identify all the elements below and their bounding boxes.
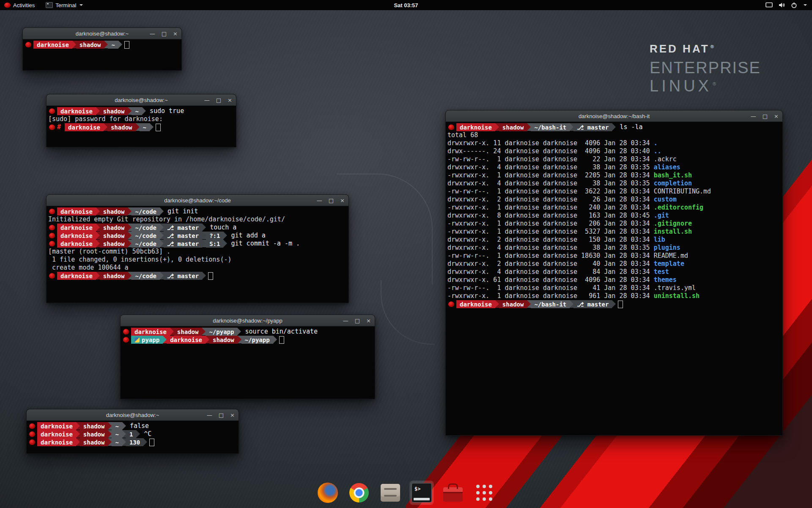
close-button[interactable]: × bbox=[366, 318, 371, 323]
terminal-line: -rw-rw-r--. 1 darknoise darknoise 22 Jan… bbox=[447, 155, 782, 163]
prompt-segment-host: shadow bbox=[499, 123, 527, 131]
prompt-segment-venv: pyapp bbox=[131, 336, 163, 344]
terminal-window-home-1[interactable]: darknoise@shadow:~ — □ × darknoiseshadow… bbox=[22, 28, 182, 71]
maximize-button[interactable]: □ bbox=[216, 97, 221, 103]
maximize-button[interactable]: □ bbox=[355, 318, 360, 323]
registered-mark: ® bbox=[710, 44, 716, 49]
output-text: -rw-rw-r--. 1 darknoise darknoise 3622 J… bbox=[447, 188, 654, 196]
prompt-segment-user: darknoise bbox=[57, 272, 96, 280]
close-button[interactable]: × bbox=[340, 198, 345, 203]
terminal-line: [master (root-commit) 50bcb63] . bbox=[48, 248, 348, 256]
minimize-button[interactable]: — bbox=[317, 198, 322, 203]
maximize-button[interactable]: □ bbox=[219, 412, 224, 418]
file-name: custom bbox=[654, 196, 677, 204]
redhat-icon bbox=[49, 241, 55, 246]
app-menu-terminal[interactable]: Terminal bbox=[46, 0, 83, 10]
titlebar[interactable]: darknoise@shadow:~/bash-it — □ × bbox=[446, 110, 782, 122]
titlebar[interactable]: darknoise@shadow:~/pyapp — □ × bbox=[121, 315, 375, 326]
output-text: drwxrwxr-x. 4 darknoise darknoise 84 Jan… bbox=[447, 268, 654, 276]
prompt-segment-path: ~/code bbox=[132, 207, 160, 215]
output-text: Initialized empty Git repository in /hom… bbox=[48, 215, 285, 224]
output-text: -rwxrwxr-x. 1 darknoise darknoise 961 Ja… bbox=[447, 292, 654, 300]
terminal-content[interactable]: darknoiseshadow~ bbox=[23, 39, 181, 71]
powerline-arrow bbox=[160, 232, 164, 239]
minimize-button[interactable]: — bbox=[204, 97, 210, 103]
dock-terminal[interactable]: $> bbox=[410, 481, 433, 505]
minimize-button[interactable]: — bbox=[751, 113, 756, 119]
minimize-button[interactable]: — bbox=[150, 31, 155, 36]
powerline-arrow bbox=[118, 41, 122, 48]
dock-chrome[interactable] bbox=[347, 481, 371, 505]
prompt-segment-user: darknoise bbox=[57, 232, 96, 240]
output-text: drwxrwxr-x. 4 darknoise darknoise 38 Jan… bbox=[447, 244, 654, 252]
activities-button[interactable]: Activities bbox=[4, 0, 35, 10]
volume-icon[interactable] bbox=[778, 2, 785, 8]
output-text: drwxrwxr-x. 11 darknoise darknoise 4096 … bbox=[447, 139, 654, 147]
minimize-button[interactable]: — bbox=[207, 412, 212, 418]
terminal-content[interactable]: darknoiseshadow~/bash-it⎇ master ls -lat… bbox=[446, 122, 782, 436]
terminal-line: darknoiseshadow~ bbox=[25, 41, 181, 49]
titlebar[interactable]: darknoise@shadow:~/code — □ × bbox=[47, 195, 348, 206]
dock-toolbox[interactable] bbox=[441, 481, 465, 505]
app-menu-label: Terminal bbox=[55, 2, 76, 8]
terminal-line: darknoiseshadow~ sudo true bbox=[48, 107, 235, 115]
powerline-arrow bbox=[128, 224, 132, 231]
terminal-cursor bbox=[124, 41, 129, 49]
maximize-button[interactable]: □ bbox=[162, 31, 167, 36]
terminal-line: darknoiseshadow~ false bbox=[28, 422, 238, 430]
powerline-arrow bbox=[527, 300, 531, 308]
prompt-segment-path: ~/bash-it bbox=[531, 123, 570, 131]
terminal-content[interactable]: darknoiseshadow~/pyapp source bin/activa… bbox=[121, 326, 375, 399]
close-button[interactable]: × bbox=[173, 31, 178, 36]
clock[interactable]: Sat 03:57 bbox=[394, 2, 418, 8]
terminal-content[interactable]: darknoiseshadow~ falsedarknoiseshadow~1 … bbox=[27, 421, 239, 454]
terminal-window-bash-it[interactable]: darknoise@shadow:~/bash-it — □ × darknoi… bbox=[445, 110, 783, 436]
close-button[interactable]: × bbox=[228, 97, 232, 103]
chrome-icon bbox=[349, 483, 369, 502]
dock-firefox[interactable] bbox=[316, 481, 340, 505]
terminal-window-code[interactable]: darknoise@shadow:~/code — □ × darknoises… bbox=[46, 194, 349, 303]
powerline-arrow bbox=[143, 438, 147, 446]
close-button[interactable]: × bbox=[230, 412, 235, 418]
power-icon[interactable] bbox=[791, 2, 797, 8]
file-name: .editorconfig bbox=[654, 204, 703, 212]
terminal-line: -rwxrwxr-x. 1 darknoise darknoise 240 Ja… bbox=[447, 204, 782, 212]
powerline-arrow bbox=[128, 272, 132, 279]
dock-files[interactable] bbox=[379, 481, 402, 505]
prompt-segment-host: shadow bbox=[80, 430, 108, 438]
toolbox-icon bbox=[443, 487, 463, 502]
terminal-window-pyapp[interactable]: darknoise@shadow:~/pyapp — □ × darknoise… bbox=[120, 315, 375, 399]
display-icon[interactable] bbox=[765, 2, 773, 8]
redhat-icon bbox=[448, 124, 454, 130]
maximize-button[interactable]: □ bbox=[329, 198, 334, 203]
output-text: [master (root-commit) 50bcb63] . bbox=[48, 248, 170, 256]
terminal-line: -rwxrwxr-x. 1 darknoise darknoise 2205 J… bbox=[447, 171, 782, 179]
prompt-segment-host: shadow bbox=[80, 438, 108, 446]
terminal-window-home-2[interactable]: darknoise@shadow:~ — □ × darknoiseshadow… bbox=[26, 409, 239, 454]
output-text: # bbox=[57, 123, 65, 131]
window-title: darknoise@shadow:~ bbox=[106, 412, 159, 418]
close-button[interactable]: × bbox=[774, 113, 779, 119]
terminal-line: -rw-rw-r--. 1 darknoise darknoise 3622 J… bbox=[447, 188, 782, 196]
terminal-cursor bbox=[279, 336, 284, 344]
powerline-arrow bbox=[238, 336, 241, 343]
powerline-arrow bbox=[108, 422, 112, 430]
terminal-line: darknoiseshadow~/bash-it⎇ master bbox=[447, 300, 782, 308]
terminal-line: # darknoiseshadow~ bbox=[48, 123, 235, 131]
powerline-arrow bbox=[108, 438, 112, 446]
terminal-window-sudo[interactable]: darknoise@shadow:~ — □ × darknoiseshadow… bbox=[46, 94, 236, 147]
prompt-segment-path: ~/code bbox=[132, 272, 160, 280]
titlebar[interactable]: darknoise@shadow:~ — □ × bbox=[47, 94, 236, 106]
branding-redhat-text: RED HAT bbox=[650, 42, 710, 55]
minimize-button[interactable]: — bbox=[343, 318, 348, 323]
command-text: git commit -a -m . bbox=[227, 240, 300, 248]
terminal-line: darknoiseshadow~/bash-it⎇ master ls -la bbox=[447, 123, 782, 131]
powerline-arrow bbox=[202, 240, 206, 247]
terminal-content[interactable]: darknoiseshadow~/code git initInitialize… bbox=[47, 206, 348, 303]
terminal-content[interactable]: darknoiseshadow~ sudo true[sudo] passwor… bbox=[47, 106, 236, 147]
dock-app-grid[interactable] bbox=[472, 481, 496, 505]
titlebar[interactable]: darknoise@shadow:~ — □ × bbox=[23, 28, 181, 39]
titlebar[interactable]: darknoise@shadow:~ — □ × bbox=[27, 409, 239, 421]
maximize-button[interactable]: □ bbox=[763, 113, 768, 119]
prompt-segment-branch: ⎇ master bbox=[573, 300, 612, 308]
